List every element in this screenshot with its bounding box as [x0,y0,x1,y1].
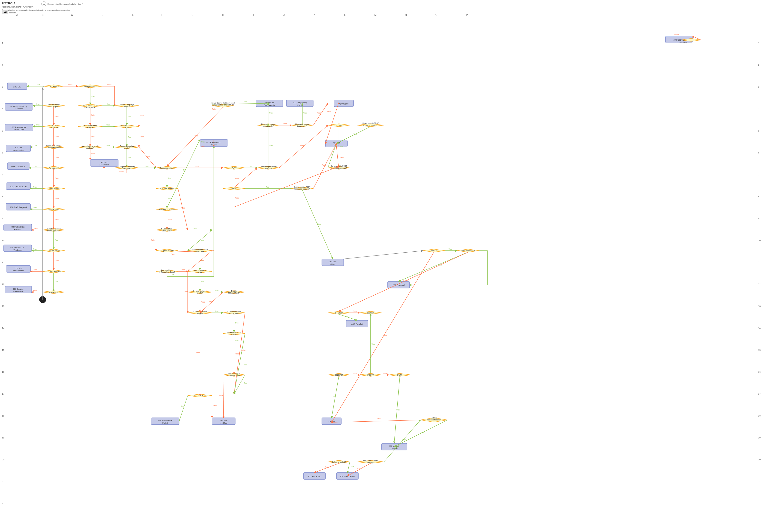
status-409-bot: 409 Conflict [346,320,368,327]
svg-text:False: False [33,269,37,271]
svg-text:URI too long?: URI too long? [48,250,60,252]
svg-text:414 Request URI: 414 Request URI [10,246,25,249]
status-304: 304 Not Modified [212,418,235,424]
svg-text:405 Method Not: 405 Method Not [11,226,25,228]
svg-text:representations?: representations? [427,419,441,421]
svg-text:False: False [171,253,175,255]
row-r20: 20 [758,458,761,461]
status-503: 503 Service Unavailable [5,286,32,293]
svg-text:False: False [34,227,38,229]
svg-text:True: True [215,310,219,312]
col-header-e: E [132,14,134,16]
arrow-if-match-star-true [167,139,200,208]
row-r14: 14 [758,327,761,329]
col-header-d: D [101,14,103,16]
svg-text:False: False [91,152,95,154]
svg-text:False: False [340,157,344,158]
svg-text:True: True [91,96,95,97]
row-r1: 1 [758,42,759,44]
svg-text:Implemented: Implemented [13,149,24,151]
svg-text:False: False [353,310,357,312]
status-403: 403 Forbidden [7,163,29,169]
row-r2: 2 [758,64,759,66]
svg-text:True: True [340,146,343,147]
svg-text:False: False [181,269,185,271]
row-2: 2 [2,64,3,66]
svg-text:True: True [354,133,357,135]
svg-text:Unavailable: Unavailable [13,290,23,293]
svg-text:True: True [183,169,186,171]
svg-text:False: False [322,164,326,166]
svg-text:False: False [358,468,362,469]
svg-text:300 Multiple: 300 Multiple [389,445,399,447]
status-415: 415 Unsupported Media Type [5,124,33,131]
svg-text:False: False [55,116,59,117]
svg-text:413 Request Entity: 413 Request Entity [10,105,27,108]
svg-text:501 Not: 501 Not [15,146,22,149]
svg-text:Choices: Choices [391,447,398,450]
svg-text:Server permits POST: Server permits POST [363,122,379,124]
arrow-acc-enc-exists-false [139,147,156,168]
svg-text:True: True [34,165,37,167]
arrow-if-unmod-exists-true [188,230,212,251]
row-6: 6 [2,151,3,154]
svg-text:Too Large: Too Large [14,108,23,110]
svg-text:False: False [325,466,329,468]
svg-text:False: False [235,177,239,179]
arrow-last-mod-gt2-false [223,375,224,418]
col-header-l: L [344,14,346,16]
svg-text:False: False [151,239,155,241]
diagram-canvas: A B C D E F G H I J K L M N O P 1 2 3 4 … [0,0,765,532]
col-header-j: J [284,14,285,16]
row-5: 5 [2,130,3,132]
svg-text:True: True [193,227,197,229]
row-r6: 6 [758,151,759,154]
svg-text:POST?: POST? [368,374,374,376]
svg-text:False: False [168,218,172,220]
arrow-post2-false-2 [234,166,339,207]
svg-text:Accept exists?: Accept exists? [84,86,97,88]
svg-text:False: False [55,177,59,179]
svg-text:True: True [212,103,216,105]
row-r17: 17 [758,393,761,395]
arrow-join [43,86,44,88]
svg-text:Since exists?: Since exists? [162,230,172,232]
svg-text:False: False [220,395,224,396]
row-r13: 13 [758,305,761,307]
svg-text:False: False [383,373,387,374]
row-r7: 7 [758,173,759,176]
svg-text:Allowed: Allowed [14,228,21,230]
arrow-srv-permits1-true [337,127,371,143]
svg-text:True: True [402,439,406,441]
svg-text:False: False [184,291,188,293]
svg-text:True: True [249,165,252,167]
col-header-i: I [253,14,254,16]
col-header-p: P [466,14,468,16]
svg-text:True: True [372,343,375,345]
col-header-g: G [192,14,194,16]
svg-text:True: True [106,145,110,146]
svg-text:False: False [317,112,321,114]
arrow-if-mod-now-true [234,334,245,394]
svg-text:True: True [128,116,131,117]
svg-text:True: True [421,432,424,433]
arrow-redirect-false [332,252,434,422]
svg-text:False: False [55,218,59,220]
svg-text:Failed: Failed [162,422,168,424]
col-header-a: A [16,14,18,16]
svg-text:403 Forbidden: 403 Forbidden [11,165,25,168]
svg-text:Modified: Modified [220,422,227,424]
row-13: 13 [2,305,4,307]
status-400: 400 Bad Request [6,203,30,210]
svg-text:False: False [194,135,198,136]
svg-text:True: True [128,157,131,158]
row-7: 7 [2,173,3,176]
svg-text:Etag in If-Match?: Etag in If-Match? [160,250,175,252]
svg-text:PUT?: PUT? [397,374,402,376]
status-303: 303 See Other [322,259,344,266]
svg-text:Moved: Moved [297,104,303,106]
row-17: 17 [2,393,4,395]
svg-text:to missing resource?: to missing resource? [295,188,310,190]
svg-text:False: False [55,157,59,158]
svg-text:Media Type: Media Type [14,129,24,131]
